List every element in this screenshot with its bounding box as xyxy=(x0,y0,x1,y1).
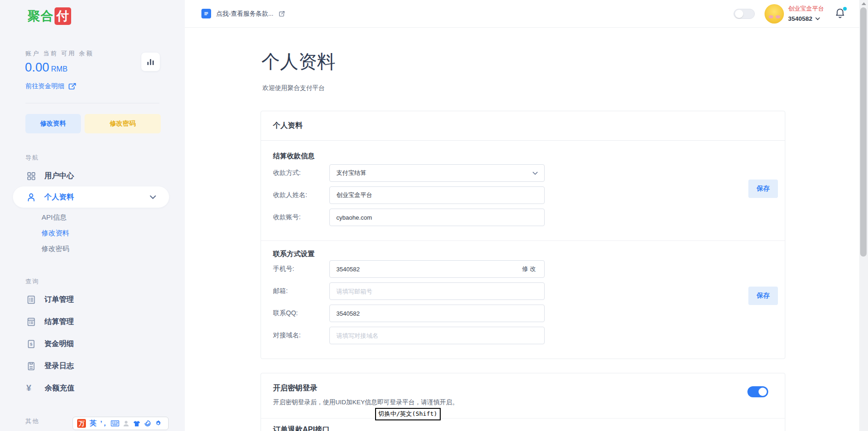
chevron-down-icon xyxy=(150,195,156,199)
user-menu[interactable]: 创业宝盒平台 3540582 xyxy=(788,5,824,22)
sidebar-item-settlement[interactable]: 结算管理 xyxy=(0,311,185,332)
balance-amount-row: 0.00RMB xyxy=(25,60,67,75)
sidebar-item-profile[interactable]: 个人资料 xyxy=(13,186,169,208)
edit-password-button[interactable]: 修改密码 xyxy=(85,114,161,133)
logo-text-red: 付 xyxy=(55,7,71,25)
app-logo: 聚合付 xyxy=(28,7,71,25)
svg-text:$: $ xyxy=(30,341,33,347)
field-row-email: 邮箱: xyxy=(273,282,545,300)
balance-caption: 账户 当前 可用 余额 xyxy=(25,49,94,58)
sidebar-item-label: 订单管理 xyxy=(44,295,74,305)
avatar[interactable] xyxy=(765,4,784,24)
ime-settings-gear-icon[interactable] xyxy=(155,420,162,427)
profile-card: 个人资料 结算收款信息 收款方式: 支付宝结算 收款人姓名: 收款账号: xyxy=(261,111,785,359)
field-row-payee-account: 收款账号: xyxy=(273,209,545,226)
sidebar-subitem-edit-password[interactable]: 修改密码 xyxy=(42,245,69,253)
section-divider xyxy=(261,418,785,419)
notification-badge xyxy=(843,7,847,11)
sidebar-divider xyxy=(25,103,159,103)
logo-text-green: 聚合 xyxy=(28,9,54,23)
payee-name-input[interactable] xyxy=(329,186,545,204)
topbar: 点我-查看服务条款... 创业宝盒平台 3540582 xyxy=(185,0,859,28)
ime-toolbar[interactable]: 万 英 ’， xyxy=(73,417,169,430)
yen-icon: ¥ xyxy=(26,383,36,393)
profile-card-header: 个人资料 xyxy=(261,111,785,141)
funds-link-label: 前往资金明细 xyxy=(25,82,64,90)
grid-icon xyxy=(26,171,36,181)
contact-save-button[interactable]: 保存 xyxy=(748,287,778,305)
service-terms-link[interactable]: 点我-查看服务条款... xyxy=(201,9,285,18)
section-divider xyxy=(261,240,785,241)
service-terms-label: 点我-查看服务条款... xyxy=(216,10,273,18)
sidebar-item-label: 资金明细 xyxy=(44,339,74,349)
chevron-down-icon xyxy=(533,172,538,175)
payee-account-input[interactable] xyxy=(329,209,545,226)
header-toggle-switch[interactable] xyxy=(734,9,755,19)
export-icon xyxy=(68,83,76,90)
sidebar-subitem-edit-profile[interactable]: 修改资料 xyxy=(42,229,69,238)
email-input[interactable] xyxy=(329,282,545,300)
balance-chart-button[interactable] xyxy=(141,53,160,71)
toggle-knob xyxy=(759,388,767,396)
caret-down-icon xyxy=(815,17,820,20)
page-scrollbar[interactable] xyxy=(859,0,868,431)
sidebar-item-label: 余额充值 xyxy=(45,383,74,393)
query-group-label: 查询 xyxy=(25,277,39,286)
settlement-section-heading: 结算收款信息 xyxy=(273,152,315,161)
domain-input[interactable] xyxy=(329,327,545,344)
sidebar-item-funds[interactable]: $ 资金明细 xyxy=(0,333,185,354)
field-row-domain: 对接域名: xyxy=(273,327,545,344)
sidebar-subitem-api-info[interactable]: API信息 xyxy=(42,213,67,222)
document-icon xyxy=(201,9,211,18)
ime-punctuation-toggle[interactable]: ’， xyxy=(100,419,107,428)
notification-bell-icon[interactable] xyxy=(834,7,846,19)
field-row-phone: 手机号: 修改 xyxy=(273,260,545,278)
sidebar-item-label: 登录日志 xyxy=(44,361,74,371)
sidebar-item-label: 用户中心 xyxy=(44,171,74,181)
main-content: 个人资料 欢迎使用聚合支付平台 个人资料 结算收款信息 收款方式: 支付宝结算 … xyxy=(185,28,859,431)
balance-currency: RMB xyxy=(51,65,68,73)
phone-input[interactable] xyxy=(336,266,522,273)
sidebar: 聚合付 账户 当前 可用 余额 0.00RMB 前往资金明细 修改资料 修改密码… xyxy=(0,0,185,431)
edit-profile-button[interactable]: 修改资料 xyxy=(25,114,81,133)
sidebar-item-orders[interactable]: 订单管理 xyxy=(0,289,185,310)
ime-keyboard-icon[interactable] xyxy=(111,420,119,426)
sidebar-action-buttons: 修改资料 修改密码 xyxy=(25,114,161,133)
ime-swirl-icon[interactable] xyxy=(144,420,151,427)
ime-user-icon[interactable] xyxy=(123,420,129,427)
page-subtitle: 欢迎使用聚合支付平台 xyxy=(262,84,325,92)
ime-switch-tooltip: 切换中/英文(Shift) xyxy=(375,408,441,420)
phone-input-wrap: 修改 xyxy=(329,260,545,278)
goto-funds-link[interactable]: 前往资金明细 xyxy=(25,82,76,90)
order-list-icon xyxy=(26,295,36,305)
phone-edit-link[interactable]: 修改 xyxy=(522,265,538,273)
ime-language-toggle[interactable]: 英 xyxy=(90,419,97,428)
key-login-toggle[interactable] xyxy=(747,386,768,397)
username-label: 创业宝盒平台 xyxy=(788,5,824,13)
sidebar-item-user-center[interactable]: 用户中心 xyxy=(0,165,185,186)
field-label: 收款方式: xyxy=(273,169,329,177)
scrollbar-thumb[interactable] xyxy=(860,7,867,257)
field-label: 对接域名: xyxy=(273,331,329,340)
sidebar-item-recharge[interactable]: ¥ 余额充值 xyxy=(0,377,185,399)
contact-section-heading: 联系方式设置 xyxy=(273,250,315,258)
field-label: 收款账号: xyxy=(273,213,329,221)
nav-group-label: 导航 xyxy=(25,154,39,162)
key-login-card: 开启密钥登录 开启密钥登录后，使用UID加KEY信息即可登录平台，请谨慎开启。 … xyxy=(261,373,785,431)
page-title: 个人资料 xyxy=(261,49,335,74)
field-label: 收款人姓名: xyxy=(273,191,329,199)
qq-input[interactable] xyxy=(329,305,545,322)
refund-api-section-heading: 订单退款API接口 xyxy=(273,425,330,431)
app-root: 聚合付 账户 当前 可用 余额 0.00RMB 前往资金明细 修改资料 修改密码… xyxy=(0,0,868,431)
bar-chart-icon xyxy=(146,58,155,66)
sidebar-item-label: 结算管理 xyxy=(44,317,74,327)
payment-method-select[interactable]: 支付宝结算 xyxy=(329,164,545,182)
ime-brand-icon[interactable]: 万 xyxy=(77,419,86,428)
sidebar-item-login-log[interactable]: 登录日志 xyxy=(0,355,185,377)
scrollbar-up-arrow[interactable] xyxy=(862,2,866,5)
field-row-payee-name: 收款人姓名: xyxy=(273,186,545,204)
sidebar-item-label: 个人资料 xyxy=(44,192,74,202)
field-label: 联系QQ: xyxy=(273,309,329,317)
settlement-save-button[interactable]: 保存 xyxy=(748,180,778,198)
ime-skin-icon[interactable] xyxy=(133,420,140,427)
